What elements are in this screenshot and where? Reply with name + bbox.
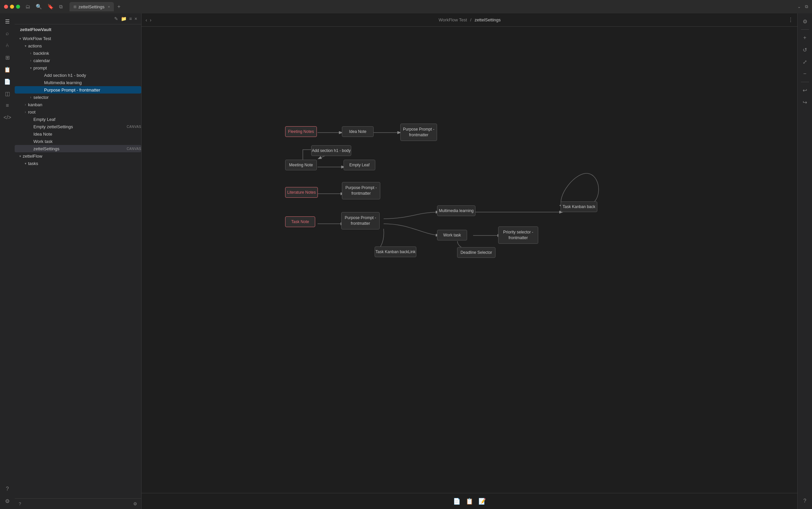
sidebar-item-zettelsettings[interactable]: zettelSettings CANVAS [15, 145, 141, 152]
canvas-edges [142, 27, 797, 493]
zettelsettings-tab[interactable]: ⊞ zettelSettings × [69, 2, 114, 11]
activity-notes[interactable]: 📄 [2, 76, 13, 87]
canvas-new-card-icon[interactable]: 📋 [466, 498, 473, 505]
sidebar-item-empty-leaf[interactable]: Empty Leaf [15, 115, 141, 123]
sidebar-item-multimedia[interactable]: Multimedia learning [15, 79, 141, 86]
sidebar-item-work-task[interactable]: Work task [15, 138, 141, 145]
sidebar-item-purpose-prompt[interactable]: Purpose Prompt - frontmatter [15, 86, 141, 94]
new-folder-icon[interactable]: 📁 [121, 16, 127, 21]
sidebar-item-calendar[interactable]: calendar [15, 57, 141, 64]
activity-calendar[interactable]: 📋 [2, 64, 13, 75]
canvas-node-empty-leaf[interactable]: Empty Leaf [344, 160, 375, 170]
canvas-node-purpose-prompt-3[interactable]: Purpose Prompt -frontmatter [341, 212, 380, 230]
zoom-out-icon[interactable]: − [800, 68, 810, 79]
label-tasks: tasks [28, 161, 141, 166]
help-panel-icon[interactable]: ? [800, 496, 810, 506]
label-actions: actions [28, 43, 141, 48]
arrow-backlink [28, 50, 33, 56]
canvas-node-task-kanban-back[interactable]: Task Kanban back [561, 201, 597, 212]
sidebar-item-backlink[interactable]: backlink [15, 49, 141, 57]
sidebar-item-workflow-test[interactable]: WorkFlow Test [15, 35, 141, 42]
settings-icon[interactable]: ⚙ [133, 501, 137, 506]
sidebar-item-root[interactable]: root [15, 108, 141, 115]
sidebar-item-empty-zettelsettings[interactable]: Empty zettelSettings CANVAS [15, 123, 141, 130]
node-label-purpose-prompt-1: Purpose Prompt -frontmatter [403, 127, 434, 138]
redo-icon[interactable]: ↪ [800, 97, 810, 107]
new-tab-button[interactable]: + [114, 2, 123, 11]
collapse-icon[interactable]: × [135, 16, 137, 21]
canvas-node-literature-notes[interactable]: Literature Notes [285, 187, 318, 198]
label-multimedia: Multimedia learning [44, 80, 141, 85]
help-icon[interactable]: ? [19, 501, 21, 506]
arrow-zettelsettings [28, 146, 33, 151]
label-zettelflow: zettelFlow [23, 154, 141, 159]
undo-icon[interactable]: ↩ [800, 85, 810, 96]
minimize-button[interactable] [10, 5, 14, 9]
folder-icon[interactable]: 🗂 [25, 4, 30, 10]
activity-explorer[interactable]: ☰ [2, 16, 13, 27]
refresh-icon[interactable]: ↺ [800, 44, 810, 55]
canvas-node-purpose-prompt-2[interactable]: Purpose Prompt -frontmatter [342, 182, 380, 199]
arrow-multimedia [39, 80, 44, 85]
canvas-node-idea-note[interactable]: Idea Note [342, 126, 374, 137]
canvas-node-task-note[interactable]: Task Note [285, 216, 315, 227]
canvas-node-meeting-note[interactable]: Meeting Note [285, 160, 317, 170]
bookmark-icon[interactable]: 🔖 [47, 4, 54, 10]
sidebar-item-prompt[interactable]: prompt [15, 64, 141, 71]
tab-icon: ⊞ [73, 5, 76, 9]
nav-back-button[interactable]: ‹ [146, 18, 147, 23]
canvas-node-fleeting-notes[interactable]: Fleeting Notes [285, 126, 317, 137]
node-label-fleeting-notes: Fleeting Notes [288, 129, 314, 134]
chevron-down-icon[interactable]: ⌄ [797, 4, 801, 9]
close-button[interactable] [4, 5, 8, 9]
canvas-new-file-icon[interactable]: 📝 [479, 498, 486, 505]
activity-list[interactable]: ≡ [2, 100, 13, 111]
canvas-node-deadline-selector[interactable]: Deadline Selector [457, 247, 495, 258]
arrow-add-section [39, 72, 44, 78]
sidebar-item-kanban[interactable]: kanban [15, 101, 141, 108]
canvas-new-note-icon[interactable]: 📄 [453, 498, 460, 505]
canvas-node-purpose-prompt-1[interactable]: Purpose Prompt -frontmatter [400, 124, 437, 141]
activity-grid[interactable]: ⊞ [2, 52, 13, 63]
right-panel-divider-2 [801, 82, 809, 82]
panels-icon[interactable]: ⧉ [805, 4, 808, 9]
new-note-icon[interactable]: ✎ [114, 16, 118, 21]
activity-help-bottom[interactable]: ? [2, 484, 13, 494]
activity-bar: ☰ ⌕ ⑃ ⊞ 📋 📄 ◫ ≡ </> ? ⚙ [0, 13, 15, 509]
search-icon[interactable]: 🔍 [36, 4, 42, 10]
canvas-node-work-task[interactable]: Work task [437, 230, 467, 240]
sidebar-item-idea-note[interactable]: Idea Note [15, 130, 141, 138]
sidebar-item-actions[interactable]: actions [15, 42, 141, 49]
sort-icon[interactable]: ≡ [129, 16, 132, 21]
canvas-content[interactable]: Fleeting Notes Idea Note Purpose Prompt … [142, 27, 797, 493]
node-label-meeting-note: Meeting Note [289, 163, 313, 167]
sidebar-item-tasks[interactable]: tasks [15, 160, 141, 167]
zoom-in-icon[interactable]: + [800, 32, 810, 43]
sidebar-item-selector[interactable]: selector [15, 94, 141, 101]
fullscreen-icon[interactable]: ⤢ [800, 57, 810, 67]
canvas-node-task-kanban-backlink[interactable]: Task Kanban backLink [375, 246, 416, 257]
maximize-button[interactable] [16, 5, 20, 9]
tab-close-button[interactable]: × [108, 5, 110, 9]
nav-forward-button[interactable]: › [150, 18, 151, 23]
settings-panel-icon[interactable]: ⚙ [800, 16, 810, 27]
canvas-bottom-toolbar: 📄 📋 📝 [142, 493, 797, 509]
activity-settings-bottom[interactable]: ⚙ [2, 496, 13, 506]
activity-git[interactable]: ⑃ [2, 40, 13, 51]
breadcrumb-parent[interactable]: WorkFlow Test [439, 18, 467, 22]
arrow-work-task [28, 139, 33, 144]
arrow-root [23, 109, 28, 114]
canvas-node-priority-selector[interactable]: Priority selector -frontmatter [498, 227, 538, 244]
canvas-node-multimedia-learning[interactable]: Multimedia learning [437, 205, 475, 216]
more-options-button[interactable]: ⋮ [788, 17, 793, 23]
sidebar-item-add-section[interactable]: Add section h1 - body [15, 71, 141, 79]
activity-panels[interactable]: ◫ [2, 88, 13, 99]
layout-icon[interactable]: ⧉ [59, 4, 63, 10]
arrow-calendar [28, 58, 33, 63]
activity-code[interactable]: </> [2, 112, 13, 123]
sidebar-item-zettelflow[interactable]: zettelFlow [15, 152, 141, 160]
canvas-node-add-section[interactable]: Add section h1 - body [311, 145, 351, 156]
activity-search[interactable]: ⌕ [2, 28, 13, 39]
badge-canvas-2: CANVAS [127, 147, 141, 150]
sidebar-header-icons: ✎ 📁 ≡ × [114, 16, 137, 21]
